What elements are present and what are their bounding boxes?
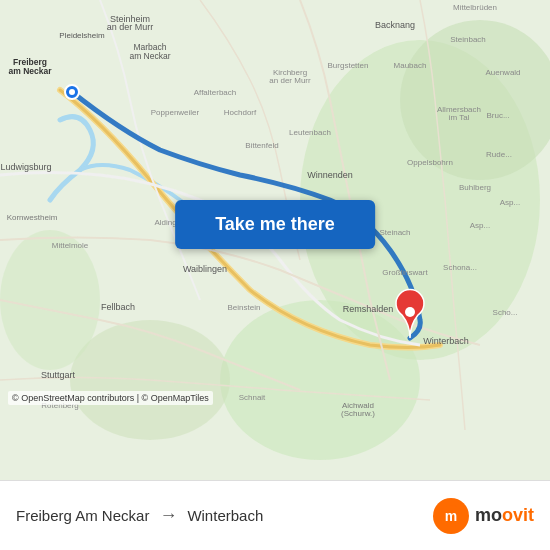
svg-text:Poppenweiler: Poppenweiler: [151, 108, 200, 117]
map-attribution: © OpenStreetMap contributors | © OpenMap…: [8, 391, 213, 405]
footer: Freiberg Am Neckar → Winterbach m moovit: [0, 480, 550, 550]
svg-text:Hochdorf: Hochdorf: [224, 108, 257, 117]
footer-destination: Winterbach: [187, 507, 263, 524]
svg-text:Pleidelsheim: Pleidelsheim: [59, 31, 105, 40]
take-me-there-button[interactable]: Take me there: [175, 200, 375, 249]
svg-text:Großlinswart: Großlinswart: [382, 268, 428, 277]
svg-text:an der Murr: an der Murr: [269, 76, 311, 85]
svg-text:im Tal: im Tal: [449, 113, 470, 122]
svg-text:Stuttgart: Stuttgart: [41, 370, 76, 380]
svg-text:Backnang: Backnang: [375, 20, 415, 30]
moovit-logo: m moovit: [433, 498, 534, 534]
svg-text:Remshalden: Remshalden: [343, 304, 394, 314]
svg-text:Burgstetten: Burgstetten: [328, 61, 369, 70]
svg-text:Affalterbach: Affalterbach: [194, 88, 237, 97]
svg-text:am Neckar: am Neckar: [8, 66, 52, 76]
svg-text:Bittenfeld: Bittenfeld: [245, 141, 278, 150]
svg-text:Steinach: Steinach: [379, 228, 410, 237]
svg-text:Winnenden: Winnenden: [307, 170, 353, 180]
footer-arrow-icon: →: [159, 505, 177, 526]
footer-route: Freiberg Am Neckar → Winterbach: [16, 505, 433, 526]
svg-text:Buhlberg: Buhlberg: [459, 183, 491, 192]
svg-text:Oppelsbohrn: Oppelsbohrn: [407, 158, 453, 167]
svg-text:an der Murr: an der Murr: [107, 22, 154, 32]
svg-text:Fellbach: Fellbach: [101, 302, 135, 312]
svg-text:Beinstein: Beinstein: [228, 303, 261, 312]
svg-text:Rude...: Rude...: [486, 150, 512, 159]
svg-point-56: [405, 307, 415, 317]
svg-text:Auenwald: Auenwald: [485, 68, 520, 77]
map-container: Steinheim an der Murr Pleidelsheim Freib…: [0, 0, 550, 480]
moovit-icon: m: [433, 498, 469, 534]
svg-text:Asp...: Asp...: [500, 198, 520, 207]
svg-text:Schnait: Schnait: [239, 393, 266, 402]
svg-point-55: [69, 89, 75, 95]
footer-origin: Freiberg Am Neckar: [16, 507, 149, 524]
svg-point-5: [0, 230, 100, 370]
svg-text:Bruc...: Bruc...: [486, 111, 509, 120]
svg-text:Schona...: Schona...: [443, 263, 477, 272]
svg-text:Kornwestheim: Kornwestheim: [7, 213, 58, 222]
svg-text:Leutenbach: Leutenbach: [289, 128, 331, 137]
svg-text:am Neckar: am Neckar: [129, 51, 170, 61]
svg-text:Asp...: Asp...: [470, 221, 490, 230]
svg-text:Steinbach: Steinbach: [450, 35, 486, 44]
svg-text:Ludwigsburg: Ludwigsburg: [0, 162, 51, 172]
svg-text:Mittelbrüden: Mittelbrüden: [453, 3, 497, 12]
svg-text:Scho...: Scho...: [493, 308, 518, 317]
svg-text:Winterbach: Winterbach: [423, 336, 469, 346]
svg-text:m: m: [445, 508, 457, 524]
svg-text:Maubach: Maubach: [394, 61, 427, 70]
svg-text:(Schurw.): (Schurw.): [341, 409, 375, 418]
svg-text:Waiblingen: Waiblingen: [183, 264, 227, 274]
svg-text:Mittelmole: Mittelmole: [52, 241, 89, 250]
moovit-text: moovit: [475, 505, 534, 526]
